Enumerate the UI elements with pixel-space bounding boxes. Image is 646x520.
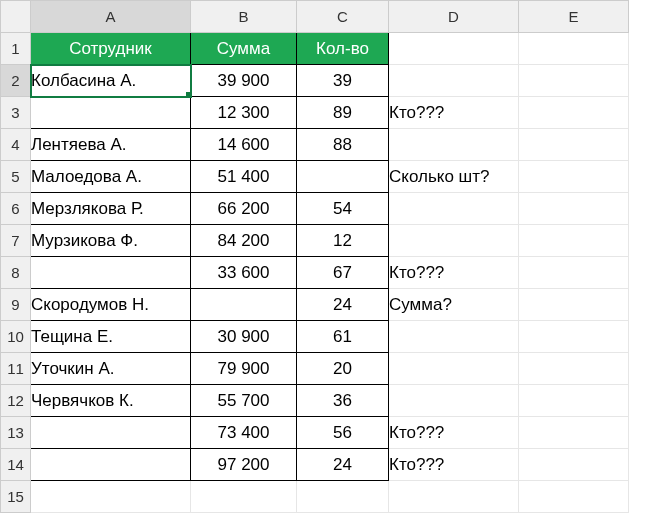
cell[interactable]	[519, 161, 629, 193]
cell-sum[interactable]	[191, 289, 297, 321]
cell-qty[interactable]: 89	[297, 97, 389, 129]
cell-qty[interactable]: 39	[297, 65, 389, 97]
cell-sum[interactable]: 14 600	[191, 129, 297, 161]
cell[interactable]	[519, 129, 629, 161]
cell[interactable]	[519, 417, 629, 449]
row-header[interactable]: 10	[1, 321, 31, 353]
cell-note[interactable]: Кто???	[389, 257, 519, 289]
table-row: 4 Лентяева А. 14 600 88	[1, 129, 629, 161]
cell-sum[interactable]: 84 200	[191, 225, 297, 257]
cell-employee[interactable]: Малоедова А.	[31, 161, 191, 193]
cell-qty[interactable]: 56	[297, 417, 389, 449]
cell-sum[interactable]: 97 200	[191, 449, 297, 481]
cell[interactable]	[31, 481, 191, 513]
row-header[interactable]: 15	[1, 481, 31, 513]
cell[interactable]	[519, 353, 629, 385]
cell-employee[interactable]: Уточкин А.	[31, 353, 191, 385]
cell[interactable]	[519, 449, 629, 481]
cell-employee[interactable]: Скородумов Н.	[31, 289, 191, 321]
cell[interactable]	[519, 289, 629, 321]
select-all-corner[interactable]	[1, 1, 31, 33]
row-header[interactable]: 4	[1, 129, 31, 161]
cell-sum[interactable]: 73 400	[191, 417, 297, 449]
cell[interactable]	[519, 321, 629, 353]
cell[interactable]	[519, 33, 629, 65]
cell-employee[interactable]	[31, 257, 191, 289]
cell-note[interactable]	[389, 193, 519, 225]
cell-employee[interactable]: Мурзикова Ф.	[31, 225, 191, 257]
cell[interactable]	[519, 225, 629, 257]
cell-employee[interactable]	[31, 449, 191, 481]
cell-qty[interactable]: 88	[297, 129, 389, 161]
cell-qty[interactable]: 20	[297, 353, 389, 385]
row-header[interactable]: 8	[1, 257, 31, 289]
cell-note[interactable]	[389, 385, 519, 417]
cell-qty[interactable]: 24	[297, 289, 389, 321]
cell-qty[interactable]: 24	[297, 449, 389, 481]
cell-employee[interactable]: Тещина Е.	[31, 321, 191, 353]
cell-note[interactable]	[389, 321, 519, 353]
cell-employee[interactable]: Червячков К.	[31, 385, 191, 417]
row-header[interactable]: 3	[1, 97, 31, 129]
cell-sum[interactable]: 30 900	[191, 321, 297, 353]
cell-employee[interactable]: Колбасина А.	[31, 65, 191, 97]
cell-qty[interactable]: 12	[297, 225, 389, 257]
cell-sum[interactable]: 33 600	[191, 257, 297, 289]
cell-note[interactable]: Кто???	[389, 449, 519, 481]
cell-qty[interactable]: 36	[297, 385, 389, 417]
row-header[interactable]: 14	[1, 449, 31, 481]
cell-qty[interactable]: 54	[297, 193, 389, 225]
cell[interactable]	[191, 481, 297, 513]
cell[interactable]	[519, 65, 629, 97]
header-employee[interactable]: Сотрудник	[31, 33, 191, 65]
cell-note[interactable]	[389, 353, 519, 385]
cell[interactable]	[389, 481, 519, 513]
cell-qty[interactable]	[297, 161, 389, 193]
row-header[interactable]: 12	[1, 385, 31, 417]
cell-employee[interactable]: Лентяева А.	[31, 129, 191, 161]
header-sum[interactable]: Сумма	[191, 33, 297, 65]
cell-qty[interactable]: 67	[297, 257, 389, 289]
row-header[interactable]: 13	[1, 417, 31, 449]
cell-sum[interactable]: 55 700	[191, 385, 297, 417]
cell-sum[interactable]: 66 200	[191, 193, 297, 225]
cell[interactable]	[519, 257, 629, 289]
cell-note[interactable]	[389, 225, 519, 257]
cell[interactable]	[519, 385, 629, 417]
row-header[interactable]: 2	[1, 65, 31, 97]
cell-sum[interactable]: 79 900	[191, 353, 297, 385]
row-header[interactable]: 1	[1, 33, 31, 65]
cell[interactable]	[519, 481, 629, 513]
cell[interactable]	[519, 193, 629, 225]
cell-employee[interactable]: Мерзлякова Р.	[31, 193, 191, 225]
cell-qty[interactable]: 61	[297, 321, 389, 353]
table-row: 11 Уточкин А. 79 900 20	[1, 353, 629, 385]
cell-note[interactable]	[389, 65, 519, 97]
row-header[interactable]: 5	[1, 161, 31, 193]
cell[interactable]	[389, 33, 519, 65]
cell[interactable]	[519, 97, 629, 129]
col-header-e[interactable]: E	[519, 1, 629, 33]
cell-note[interactable]: Кто???	[389, 417, 519, 449]
spreadsheet-grid[interactable]: A B C D E 1 Сотрудник Сумма Кол-во 2 Кол…	[0, 0, 629, 513]
row-header[interactable]: 6	[1, 193, 31, 225]
cell-note[interactable]	[389, 129, 519, 161]
cell-sum[interactable]: 12 300	[191, 97, 297, 129]
cell-sum[interactable]: 39 900	[191, 65, 297, 97]
table-row: 14 97 200 24 Кто???	[1, 449, 629, 481]
cell[interactable]	[297, 481, 389, 513]
cell-note[interactable]: Сумма?	[389, 289, 519, 321]
row-header[interactable]: 7	[1, 225, 31, 257]
row-header[interactable]: 9	[1, 289, 31, 321]
header-qty[interactable]: Кол-во	[297, 33, 389, 65]
col-header-a[interactable]: A	[31, 1, 191, 33]
cell-employee[interactable]	[31, 97, 191, 129]
cell-sum[interactable]: 51 400	[191, 161, 297, 193]
cell-note[interactable]: Кто???	[389, 97, 519, 129]
col-header-d[interactable]: D	[389, 1, 519, 33]
row-header[interactable]: 11	[1, 353, 31, 385]
cell-note[interactable]: Сколько шт?	[389, 161, 519, 193]
col-header-c[interactable]: C	[297, 1, 389, 33]
col-header-b[interactable]: B	[191, 1, 297, 33]
cell-employee[interactable]	[31, 417, 191, 449]
